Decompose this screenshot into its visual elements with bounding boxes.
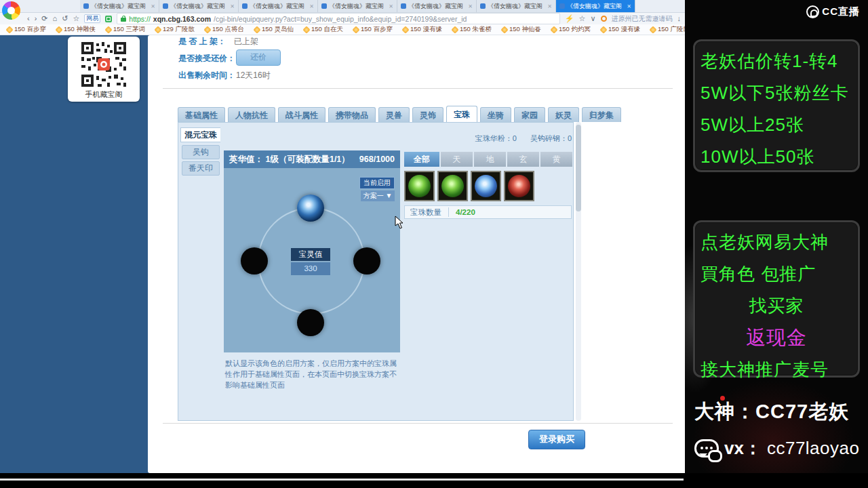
tab-pet[interactable]: 灵兽	[378, 107, 410, 122]
bookmark-item[interactable]: 150 自在天	[304, 25, 343, 34]
tab-close-icon[interactable]: ✕	[547, 3, 552, 9]
bookmark-item[interactable]: 150 三茅词	[106, 25, 145, 34]
pearl-slot-right[interactable]	[353, 247, 380, 274]
side-tab-fantianyin[interactable]: 番天印	[182, 161, 220, 176]
filter-xuan[interactable]: 玄	[507, 152, 539, 167]
red-pearl-icon[interactable]	[504, 171, 534, 201]
history-icon[interactable]: ↺	[62, 13, 68, 24]
browser-tab[interactable]: 《倩女幽魂》藏宝阁✕	[159, 0, 239, 12]
browser-menu-ball-icon[interactable]	[2, 1, 20, 20]
browser-chrome: 《倩女幽魂》藏宝阁✕ 《倩女幽魂》藏宝阁✕ 《倩女幽魂》藏宝阁✕ 《倩女幽魂》藏…	[0, 0, 685, 35]
tab-inventory[interactable]: 携带物品	[328, 107, 376, 122]
tab-close-icon[interactable]: ✕	[468, 3, 473, 9]
bookmark-item[interactable]: 150 神仙眷	[502, 25, 541, 34]
pearl-slot-bottom[interactable]	[297, 309, 324, 336]
cert-icon	[105, 16, 112, 22]
plan-select[interactable]: 方案一 ▼	[361, 190, 395, 201]
pearl-note: 默认显示该角色的启用方案，仅启用方案中的宝珠属性作用于基础属性页面，在本页面中切…	[225, 358, 400, 390]
browser-tab[interactable]: 《倩女幽魂》藏宝阁✕	[80, 0, 159, 12]
bookmark-item[interactable]: 150 点将台	[205, 25, 244, 34]
tab-mount[interactable]: 坐骑	[480, 107, 511, 122]
notice-text[interactable]: 进原州已无需邀请码	[612, 14, 673, 24]
star-icon[interactable]: ☆	[73, 13, 79, 24]
pearl-count-label: 宝珠数量	[405, 207, 448, 218]
bookmark-item[interactable]: 150 漫有缘	[403, 25, 442, 34]
browser-tab-active[interactable]: 《倩女幽魂》藏宝阁✕	[556, 0, 635, 12]
tab-combat-attrs[interactable]: 战斗属性	[278, 107, 326, 122]
forward-icon[interactable]: ›	[35, 13, 37, 24]
bookmark-item[interactable]: 150 朱雀桥	[452, 25, 492, 34]
dust-label: 宝珠华粉：	[475, 134, 513, 142]
bookmark-icon	[550, 26, 557, 33]
tab-base-attrs[interactable]: 基础属性	[178, 107, 225, 122]
download-icon[interactable]: ↓	[677, 13, 682, 24]
bookmark-label: 150 广陵散	[658, 25, 685, 34]
lightning-icon[interactable]: ⚡	[565, 13, 574, 24]
pearl-slot-left[interactable]	[241, 247, 268, 274]
onsale-value: 已上架	[234, 36, 258, 47]
tab-resistances[interactable]: 人物抗性	[228, 107, 275, 122]
bookmark-label: 150 漫有缘	[608, 25, 640, 34]
tab-favicon	[163, 3, 168, 9]
tab-title: 《倩女幽魂》藏宝阁	[567, 2, 625, 11]
current-enable-button[interactable]: 当前启用	[359, 177, 395, 189]
pearl-currency-row: 宝珠华粉：0 吴钩碎钢：0	[380, 134, 572, 144]
panel-scrollbar-thumb[interactable]	[576, 125, 581, 211]
tab-close-icon[interactable]: ✕	[309, 3, 314, 9]
filter-tian[interactable]: 天	[441, 152, 473, 167]
side-tab-hunyuan[interactable]: 混元宝珠	[180, 127, 220, 142]
tab-accessory[interactable]: 灵饰	[412, 107, 443, 122]
green-pearl-icon[interactable]	[404, 171, 435, 201]
tab-title: 《倩女幽魂》藏宝阁	[91, 2, 149, 11]
back-icon[interactable]: ‹	[27, 13, 30, 24]
filter-huang[interactable]: 黄	[540, 152, 572, 167]
filter-all[interactable]: 全部	[404, 152, 439, 167]
browser-tab[interactable]: 《倩女幽魂》藏宝阁✕	[239, 0, 318, 12]
filter-di[interactable]: 地	[474, 152, 506, 167]
home-icon[interactable]: ⌂	[53, 13, 58, 24]
cc-logo-text: CC直播	[822, 5, 860, 18]
tab-home[interactable]: 家园	[514, 107, 545, 122]
bookmark-icon	[401, 26, 409, 33]
stream-overlay: CC直播 老妖估价转1-转4 5W以下5张粉丝卡 5W以上25张 10W以上50…	[685, 0, 868, 488]
bookmark-item[interactable]: 150 广陵散	[650, 25, 685, 34]
url-input[interactable]: https:// xqn.cbg.163.com /cgi-bin/equipq…	[117, 13, 560, 24]
tab-pearl[interactable]: 宝珠	[446, 106, 477, 122]
price-line: 10W以上50张	[701, 141, 852, 173]
browser-tab[interactable]: 《倩女幽魂》藏宝阁✕	[397, 0, 477, 12]
pearl-slot-top-icon[interactable]	[297, 195, 324, 222]
refresh-icon[interactable]: ⟳	[41, 13, 47, 24]
blue-pearl-icon[interactable]	[471, 171, 501, 201]
bookmark-item[interactable]: 150 灼灼冥	[551, 25, 591, 34]
tab-close-icon[interactable]: ✕	[389, 3, 393, 9]
browser-tab[interactable]: 《倩女幽魂》藏宝阁✕	[318, 0, 397, 12]
browser-tab-strip: 《倩女幽魂》藏宝阁✕ 《倩女幽魂》藏宝阁✕ 《倩女幽魂》藏宝阁✕ 《倩女幽魂》藏…	[0, 0, 685, 13]
promo-line: 找买家	[701, 290, 852, 322]
bookmark-item[interactable]: 150 漫有缘	[601, 25, 640, 34]
bookmark-item[interactable]: 150 百步穿	[7, 25, 46, 34]
browser-tab[interactable]: 《倩女幽魂》藏宝阁✕	[477, 0, 556, 12]
login-buy-button[interactable]: 登录购买	[528, 430, 585, 449]
bookmark-item[interactable]: 150 神雕侠	[56, 25, 96, 34]
bargain-button[interactable]: 还价	[236, 49, 281, 66]
bookmark-star-icon[interactable]: ☆	[579, 13, 586, 24]
side-tab-wugou[interactable]: 吴钩	[182, 145, 220, 159]
tab-favicon	[559, 3, 565, 9]
tab-favicon	[480, 3, 486, 9]
bookmark-item[interactable]: 150 灵岛仙	[254, 25, 294, 34]
bookmark-icon	[154, 26, 161, 33]
tab-dream[interactable]: 归梦集	[582, 107, 621, 122]
bookmark-label: 150 灵岛仙	[262, 25, 294, 34]
red-pearl-orb	[508, 175, 530, 197]
bookmark-label: 150 点将台	[212, 25, 244, 34]
tab-close-icon[interactable]: ✕	[151, 3, 155, 9]
green-pearl-icon[interactable]	[437, 171, 468, 201]
bookmark-item[interactable]: 150 百步穿	[353, 25, 393, 34]
tab-close-icon[interactable]: ✕	[230, 3, 235, 9]
bookmark-item[interactable]: 129 广陵散	[155, 25, 195, 34]
tab-close-icon[interactable]: ✕	[627, 3, 631, 9]
chevron-down-icon[interactable]: ∨	[590, 13, 595, 24]
bookmark-icon	[253, 26, 260, 33]
tab-spirit[interactable]: 妖灵	[548, 107, 579, 122]
url-domain: xqn.cbg.163.com	[153, 15, 211, 23]
